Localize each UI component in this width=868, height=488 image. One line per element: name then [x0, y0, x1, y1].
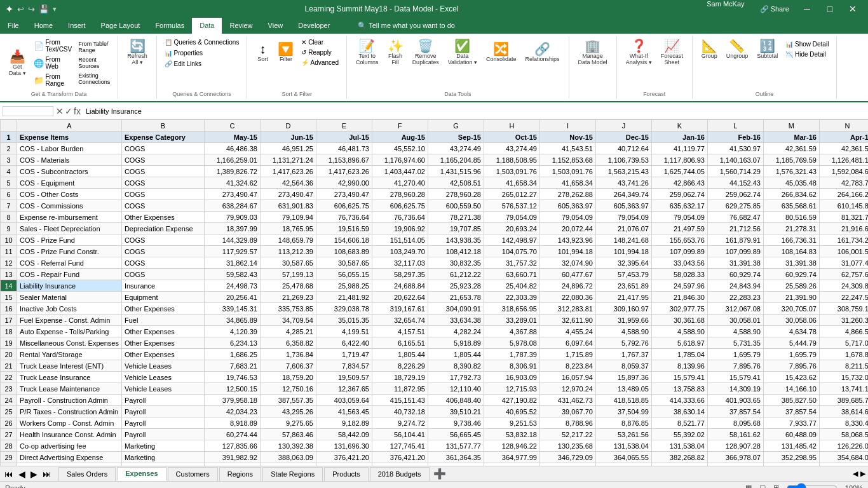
table-cell[interactable]: 387,557.35 [260, 395, 316, 406]
col-header-d[interactable]: D [260, 120, 316, 132]
table-cell[interactable]: Other Expenses [121, 349, 204, 360]
table-cell[interactable]: 22,080.36 [539, 292, 595, 303]
table-cell[interactable]: COS - Prize Fund [17, 234, 122, 246]
table-cell[interactable]: 1,403,447.02 [372, 166, 428, 177]
table-cell[interactable]: 5,978.08 [484, 337, 539, 349]
table-cell[interactable]: 151,514.05 [372, 234, 428, 246]
table-cell[interactable]: 5,731.35 [707, 337, 763, 349]
table-cell[interactable]: 1,787.39 [484, 349, 539, 360]
tab-file[interactable]: File [0, 18, 27, 34]
table-cell[interactable]: 5,918.89 [428, 337, 484, 349]
forecast-sheet-button[interactable]: 📈 ForecastSheet [657, 37, 687, 67]
table-cell[interactable]: 8,139.96 [651, 360, 707, 372]
table-cell[interactable]: 55,392.02 [651, 429, 707, 440]
table-cell[interactable]: COGS [121, 200, 204, 212]
table-cell[interactable]: 346,729.09 [539, 452, 595, 463]
table-cell[interactable]: 107,099.89 [707, 246, 763, 257]
table-cell[interactable]: 278,262.88 [539, 189, 595, 200]
sheet-nav-first[interactable]: ⏮ [3, 469, 15, 479]
table-cell[interactable]: Payroll [121, 395, 204, 406]
table-cell[interactable]: 12,110.40 [428, 383, 484, 395]
table-cell[interactable]: 21,076.07 [595, 223, 651, 234]
from-range-button[interactable]: 📁FromRange [31, 72, 75, 88]
header-oct15[interactable]: Oct-15 [484, 132, 539, 143]
table-cell[interactable]: 1,715.89 [539, 349, 595, 360]
table-cell[interactable]: 24,843.94 [707, 280, 763, 292]
view-normal[interactable]: ▦ [745, 484, 752, 488]
header-apr16[interactable]: Apr-16 [819, 132, 868, 143]
table-cell[interactable]: 273,490.47 [260, 189, 316, 200]
table-cell[interactable]: 7,895.76 [707, 360, 763, 372]
table-cell[interactable]: 273,490.47 [204, 189, 260, 200]
table-cell[interactable]: 266,834.62 [763, 189, 819, 200]
table-cell[interactable]: 403,059.64 [316, 395, 372, 406]
table-cell[interactable]: 264,349.74 [595, 189, 651, 200]
table-cell[interactable]: 40,695.52 [484, 406, 539, 417]
table-cell[interactable]: 259,062.74 [651, 189, 707, 200]
table-cell[interactable]: 1,767.37 [595, 349, 651, 360]
table-cell[interactable]: 4,866.52 [819, 326, 868, 337]
table-cell[interactable]: 38,614.69 [819, 406, 868, 417]
table-cell[interactable]: 21,916.66 [819, 223, 868, 234]
table-cell[interactable]: 379,958.18 [204, 395, 260, 406]
table-cell[interactable]: 406,848.40 [428, 395, 484, 406]
table-cell[interactable]: 125,795.00 [260, 463, 316, 466]
table-cell[interactable]: 20,693.24 [484, 223, 539, 234]
formula-input[interactable] [83, 107, 865, 116]
table-cell[interactable]: 127,835.66 [204, 440, 260, 452]
table-cell[interactable]: 1,592,084.65 [819, 166, 868, 177]
table-cell[interactable]: 79,054.09 [595, 212, 651, 223]
table-cell[interactable]: Depreciation Expense [121, 223, 204, 234]
relationships-button[interactable]: 🔗 Relationships [522, 41, 564, 64]
table-cell[interactable]: 19,906.92 [372, 223, 428, 234]
table-cell[interactable]: 37,857.54 [763, 406, 819, 417]
table-cell[interactable]: 53,832.18 [484, 429, 539, 440]
col-header-n[interactable]: N [819, 120, 868, 132]
col-header-g[interactable]: G [428, 120, 484, 132]
table-cell[interactable]: Insurance [121, 280, 204, 292]
tab-insert[interactable]: Insert [60, 18, 93, 34]
table-cell[interactable]: 1,695.79 [707, 349, 763, 360]
table-cell[interactable]: 5,444.79 [763, 337, 819, 349]
table-cell[interactable]: 32,654.74 [372, 315, 428, 326]
table-cell[interactable]: 376,421.20 [316, 452, 372, 463]
table-cell[interactable]: 107,099.89 [651, 246, 707, 257]
table-cell[interactable]: COS - Repair Fund [17, 269, 122, 280]
table-cell[interactable]: 278,960.28 [372, 189, 428, 200]
scroll-left-btn[interactable]: ◀ [853, 470, 858, 478]
tab-data[interactable]: Data [192, 18, 222, 34]
table-cell[interactable]: 37,504.99 [595, 406, 651, 417]
table-cell[interactable]: 5,792.76 [595, 337, 651, 349]
header-jan16[interactable]: Jan-16 [651, 132, 707, 143]
table-cell[interactable]: 600,559.50 [428, 200, 484, 212]
table-cell[interactable]: 4,285.21 [260, 326, 316, 337]
table-cell[interactable]: 302,977.75 [651, 303, 707, 315]
table-cell[interactable]: 15,732.09 [819, 372, 868, 383]
table-cell[interactable]: Health Insurance Const. Admin [17, 429, 122, 440]
table-cell[interactable]: 15,423.62 [763, 372, 819, 383]
table-cell[interactable]: 1,719.47 [316, 349, 372, 360]
table-cell[interactable]: 41,270.40 [372, 177, 428, 189]
table-cell[interactable]: 631,901.83 [260, 200, 316, 212]
table-cell[interactable]: Other Expenses [121, 337, 204, 349]
edit-links-button[interactable]: 🔗 Edit Links [162, 59, 204, 69]
table-cell[interactable]: 56,055.15 [316, 269, 372, 280]
col-header-k[interactable]: K [651, 120, 707, 132]
tab-view[interactable]: View [261, 18, 291, 34]
table-cell[interactable]: 1,503,091.76 [484, 166, 539, 177]
table-cell[interactable]: 6,234.13 [204, 337, 260, 349]
table-cell[interactable]: 22,303.39 [484, 292, 539, 303]
table-cell[interactable]: 124,537.05 [316, 463, 372, 466]
scroll-right-btn[interactable]: ▶ [860, 470, 865, 478]
table-cell[interactable]: 312,067.08 [707, 303, 763, 315]
table-cell[interactable]: 148,659.79 [260, 234, 316, 246]
table-cell[interactable]: 9,182.89 [316, 417, 372, 429]
table-cell[interactable]: 1,431,515.96 [428, 166, 484, 177]
table-cell[interactable]: 143,923.96 [539, 234, 595, 246]
table-cell[interactable]: 415,151.43 [372, 395, 428, 406]
table-cell[interactable]: 389,685.78 [819, 395, 868, 406]
table-cell[interactable]: 401,903.65 [707, 395, 763, 406]
table-cell[interactable]: Marketing [121, 452, 204, 463]
table-cell[interactable]: 352,298.95 [763, 452, 819, 463]
table-cell[interactable]: 4,157.51 [372, 326, 428, 337]
